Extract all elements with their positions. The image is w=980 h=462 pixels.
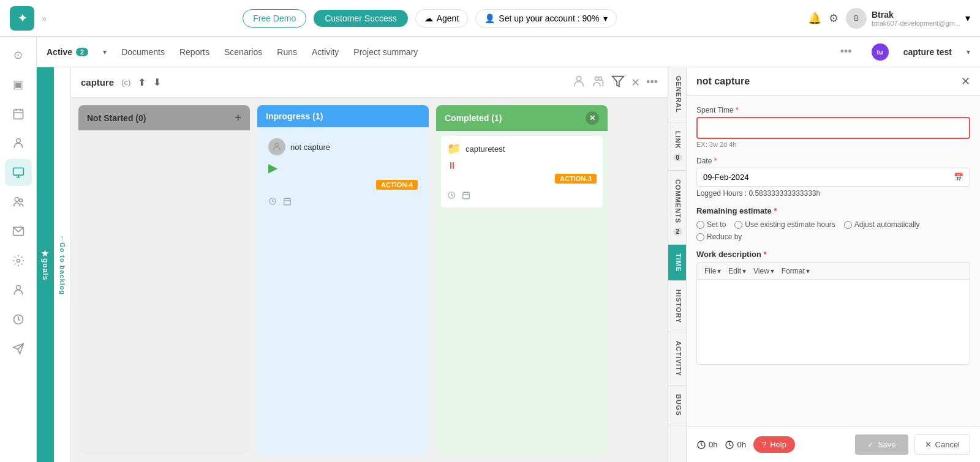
- panel-title: not capture: [696, 76, 961, 87]
- sidebar-item-clock[interactable]: [5, 306, 32, 333]
- comments-count-badge: 2: [673, 228, 682, 236]
- spent-time-label: Spent Time *: [696, 106, 970, 114]
- svg-rect-22: [284, 198, 291, 205]
- radio-adjust-auto-input[interactable]: [844, 221, 852, 229]
- spent-time-group: Spent Time * EX: 3w 2d 4h: [696, 106, 970, 148]
- tab-general[interactable]: GENERAL: [668, 67, 686, 122]
- notification-icon[interactable]: 🔔: [808, 12, 821, 25]
- sidebar-item-calendar[interactable]: [5, 100, 32, 127]
- tab-bugs[interactable]: BUGS: [668, 386, 686, 425]
- sidebar-item-home[interactable]: ⊙: [5, 42, 32, 69]
- free-demo-button[interactable]: Free Demo: [243, 9, 306, 28]
- download-icon[interactable]: ⬇: [153, 76, 161, 88]
- radio-reduce-by[interactable]: Reduce by: [696, 233, 970, 241]
- workspace-dropdown-icon[interactable]: ▾: [967, 48, 970, 56]
- sidebar-item-user2[interactable]: [5, 277, 32, 304]
- editor-view-menu[interactable]: View ▾: [751, 266, 777, 277]
- close-completed-button[interactable]: ✕: [586, 111, 599, 125]
- agent-button[interactable]: ☁ Agent: [415, 9, 469, 28]
- left-sidebar: ⊙ ▣: [0, 37, 37, 462]
- radio-set-to[interactable]: Set to: [696, 220, 726, 229]
- folder-icon: 📁: [447, 142, 461, 155]
- calendar-picker-icon[interactable]: 📅: [954, 173, 963, 182]
- svg-rect-5: [13, 168, 23, 176]
- file-chevron-icon: ▾: [717, 267, 721, 275]
- radio-adjust-auto[interactable]: Adjust automatically: [844, 220, 920, 229]
- play-button[interactable]: ▶: [268, 160, 418, 175]
- logo-button[interactable]: ✦: [10, 6, 34, 31]
- help-button[interactable]: ? Help: [753, 436, 795, 453]
- panel-close-button[interactable]: ✕: [961, 75, 970, 88]
- nav-project-summary[interactable]: Project summary: [353, 45, 418, 59]
- task-header: not capture: [268, 138, 418, 155]
- radio-use-existing[interactable]: Use existing estimate hours: [734, 220, 835, 229]
- avatar-filter-icon[interactable]: [572, 75, 586, 91]
- editor-edit-menu[interactable]: Edit ▾: [726, 266, 748, 277]
- more-options-icon[interactable]: •••: [840, 45, 852, 58]
- radio-group-remaining: Set to Use existing estimate hours Adjus…: [696, 220, 970, 229]
- date-input[interactable]: 09-Feb-2024 📅: [696, 168, 970, 187]
- sidebar-item-mail[interactable]: [5, 218, 32, 245]
- radio-reduce-by-input[interactable]: [696, 233, 704, 241]
- backlog-tab[interactable]: ↑ Go to backlog: [54, 67, 71, 462]
- cancel-x-icon: ✕: [925, 440, 932, 449]
- right-panel: not capture ✕ Spent Time * EX: 3w 2d 4h …: [686, 67, 980, 462]
- tab-history[interactable]: HISTORY: [668, 281, 686, 332]
- tab-comments[interactable]: COMMENTS 2: [668, 171, 686, 245]
- view-chevron-icon: ▾: [771, 267, 774, 275]
- tab-link[interactable]: LINK 0: [668, 122, 686, 171]
- sidebar-item-tv[interactable]: ▣: [5, 71, 32, 98]
- radio-use-existing-input[interactable]: [734, 221, 742, 229]
- user-avatar: B: [846, 8, 867, 29]
- logged-hours: Logged Hours : 0.583333333333333h: [696, 189, 970, 198]
- editor-format-menu[interactable]: Format ▾: [779, 266, 812, 277]
- board-wrapper: ★ goals ↑ Go to backlog capture (c) ⬆ ⬇: [37, 67, 980, 462]
- completed-action-row: ACTION-3: [447, 171, 597, 186]
- nav-runs[interactable]: Runs: [277, 45, 297, 59]
- user-info[interactable]: B Btrak btrak607-development@gm... ▾: [846, 8, 970, 29]
- task-clock-icon[interactable]: [268, 197, 277, 207]
- tab-activity[interactable]: ACTIVITY: [668, 332, 686, 386]
- sidebar-item-projects[interactable]: [5, 159, 32, 186]
- editor-file-menu[interactable]: File ▾: [702, 266, 723, 277]
- board-content: capture (c) ⬆ ⬇ ✕ •••: [71, 67, 668, 462]
- nav-scenarios[interactable]: Scenarios: [224, 45, 262, 59]
- spent-time-input[interactable]: [696, 117, 970, 139]
- svg-point-20: [275, 143, 278, 146]
- panel-header: not capture ✕: [687, 67, 980, 96]
- task-calendar-icon[interactable]: [283, 197, 292, 207]
- settings-icon[interactable]: ⚙: [829, 12, 839, 25]
- completed-calendar-icon[interactable]: [462, 191, 470, 201]
- tab-time[interactable]: TIME: [668, 245, 686, 281]
- pause-button[interactable]: ⏸: [447, 160, 457, 171]
- sidebar-item-person[interactable]: [5, 130, 32, 157]
- filter-icon[interactable]: [611, 75, 625, 91]
- active-dropdown-icon[interactable]: ▾: [103, 48, 107, 56]
- group-filter-icon[interactable]: [592, 75, 605, 91]
- workspace-name[interactable]: capture test: [903, 47, 952, 57]
- help-icon: ?: [762, 440, 766, 449]
- setup-account-button[interactable]: 👤 Set up your account : 90% ▾: [475, 9, 616, 28]
- add-not-started-button[interactable]: +: [235, 111, 241, 124]
- sidebar-item-settings[interactable]: [5, 247, 32, 274]
- svg-point-11: [17, 259, 20, 263]
- work-description-editor[interactable]: [696, 279, 970, 365]
- goals-tab[interactable]: ★ goals: [37, 67, 54, 462]
- nav-reports[interactable]: Reports: [179, 45, 209, 59]
- nav-documents[interactable]: Documents: [121, 45, 165, 59]
- customer-success-button[interactable]: Customer Success: [314, 10, 407, 27]
- user-dropdown-icon[interactable]: ▾: [965, 12, 970, 24]
- svg-rect-0: [13, 110, 23, 119]
- completed-clock-icon[interactable]: [447, 191, 456, 201]
- cancel-button[interactable]: ✕ Cancel: [914, 434, 970, 455]
- sidebar-item-team[interactable]: [5, 188, 32, 215]
- clear-icon[interactable]: ✕: [631, 76, 640, 89]
- nav-activity[interactable]: Activity: [312, 45, 339, 59]
- spent-time-required: *: [736, 106, 739, 114]
- upload-icon[interactable]: ⬆: [138, 76, 146, 88]
- expand-icon[interactable]: »: [42, 13, 47, 23]
- save-button[interactable]: ✓ Save: [855, 434, 908, 455]
- more-board-icon[interactable]: •••: [646, 76, 658, 89]
- radio-set-to-input[interactable]: [696, 221, 704, 229]
- sidebar-item-send[interactable]: [5, 335, 32, 362]
